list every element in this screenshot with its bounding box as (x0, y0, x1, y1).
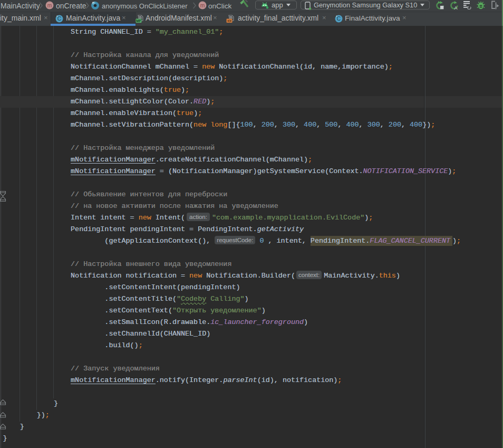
svg-text:C: C (337, 16, 341, 22)
svg-text:m: m (47, 2, 52, 8)
svg-text:MF: MF (136, 19, 141, 23)
svg-text:C: C (57, 16, 61, 22)
svg-text:A: A (454, 5, 457, 10)
svg-text:<>: <> (227, 19, 231, 23)
svg-text:m: m (200, 2, 205, 8)
